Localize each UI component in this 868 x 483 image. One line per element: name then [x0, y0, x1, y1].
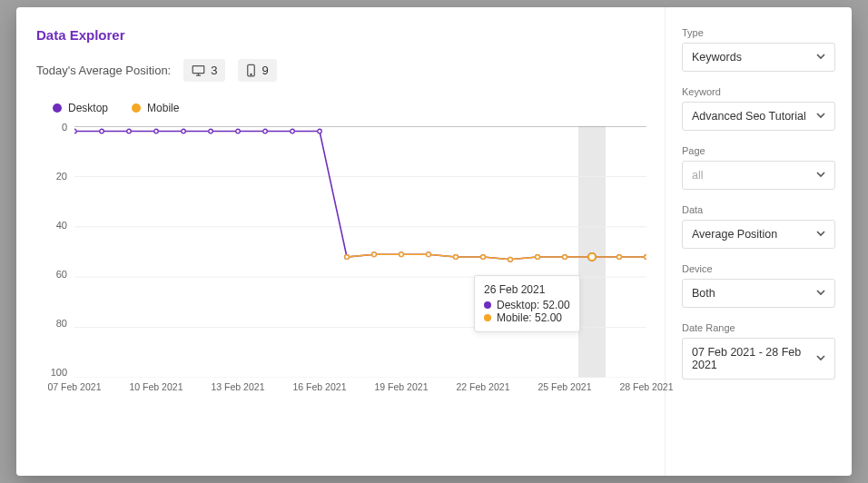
legend-desktop-dot [53, 104, 62, 113]
today-average-row: Today's Average Position: 3 9 [36, 59, 656, 82]
svg-point-9 [74, 129, 76, 133]
tooltip-mobile-dot [484, 314, 491, 321]
chevron-down-icon [816, 110, 825, 123]
select-keyword[interactable]: Advanced Seo Tutorial [682, 102, 835, 131]
label-type: Type [682, 27, 835, 38]
select-data[interactable]: Average Position [682, 220, 835, 249]
svg-point-36 [481, 255, 486, 260]
chevron-down-icon [816, 352, 825, 365]
svg-point-42 [645, 255, 646, 260]
tooltip-mobile-text: Mobile: 52.00 [497, 311, 562, 324]
label-device: Device [682, 263, 835, 274]
y-axis: 020406080100 [36, 122, 74, 378]
svg-point-37 [508, 258, 513, 262]
field-page: Page all [682, 145, 835, 190]
legend-desktop: Desktop [53, 102, 108, 114]
legend-desktop-label: Desktop [68, 102, 108, 114]
chart-tooltip: 26 Feb 2021 Desktop: 52.00 Mobile: 52.00 [474, 275, 580, 332]
select-date-range-value: 07 Feb 2021 - 28 Feb 2021 [692, 346, 816, 371]
main-panel: Data Explorer Today's Average Position: … [16, 7, 666, 476]
svg-point-15 [236, 129, 241, 133]
svg-point-34 [427, 252, 431, 257]
sidebar: Type Keywords Keyword Advanced Seo Tutor… [666, 7, 852, 476]
tooltip-row-mobile: Mobile: 52.00 [484, 311, 570, 324]
mobile-avg-badge: 9 [238, 59, 276, 82]
select-device-value: Both [692, 287, 715, 300]
desktop-avg-value: 3 [211, 64, 217, 77]
svg-point-38 [536, 255, 540, 260]
mobile-avg-value: 9 [261, 64, 268, 77]
svg-point-31 [345, 255, 350, 260]
desktop-avg-badge: 3 [183, 59, 225, 82]
svg-point-17 [291, 129, 295, 133]
svg-point-2 [251, 74, 252, 74]
select-page-value: all [692, 169, 704, 182]
tooltip-desktop-dot [484, 301, 491, 309]
x-axis: 07 Feb 202110 Feb 202113 Feb 202116 Feb … [74, 381, 646, 403]
field-type: Type Keywords [682, 27, 835, 72]
legend-mobile: Mobile [132, 102, 179, 114]
select-data-value: Average Position [692, 228, 777, 241]
svg-point-13 [182, 129, 186, 133]
svg-point-40 [588, 253, 596, 261]
legend-mobile-dot [132, 104, 141, 113]
legend-mobile-label: Mobile [147, 102, 179, 114]
select-type-value: Keywords [692, 51, 742, 64]
chart-legend: Desktop Mobile [36, 102, 656, 114]
avg-label: Today's Average Position: [36, 64, 171, 77]
tooltip-desktop-text: Desktop: 52.00 [497, 299, 570, 311]
tooltip-date: 26 Feb 2021 [484, 283, 570, 296]
chevron-down-icon [816, 169, 825, 182]
label-data: Data [682, 204, 835, 215]
select-type[interactable]: Keywords [682, 43, 835, 72]
label-date-range: Date Range [682, 322, 835, 333]
label-keyword: Keyword [682, 86, 835, 97]
chart-area[interactable]: 020406080100 26 Feb 2021 Desktop: 52.00 … [36, 122, 656, 403]
svg-point-39 [563, 255, 567, 260]
chevron-down-icon [816, 287, 825, 300]
chevron-down-icon [816, 228, 825, 241]
data-explorer-modal: Data Explorer Today's Average Position: … [16, 7, 852, 476]
svg-point-14 [209, 129, 213, 133]
svg-point-12 [154, 129, 159, 133]
label-page: Page [682, 145, 835, 156]
mobile-icon [246, 64, 256, 77]
field-data: Data Average Position [682, 204, 835, 249]
svg-rect-0 [192, 66, 204, 74]
select-device[interactable]: Both [682, 279, 835, 308]
svg-point-41 [617, 255, 622, 260]
tooltip-row-desktop: Desktop: 52.00 [484, 299, 570, 311]
desktop-icon [192, 64, 205, 76]
select-page[interactable]: all [682, 161, 835, 190]
svg-point-32 [372, 252, 377, 257]
svg-point-10 [100, 129, 104, 133]
svg-point-16 [263, 129, 268, 133]
page-title: Data Explorer [36, 27, 656, 43]
svg-point-33 [399, 252, 404, 257]
field-date-range: Date Range 07 Feb 2021 - 28 Feb 2021 [682, 322, 835, 380]
field-device: Device Both [682, 263, 835, 308]
field-keyword: Keyword Advanced Seo Tutorial [682, 86, 835, 131]
svg-point-35 [454, 255, 459, 260]
plot: 26 Feb 2021 Desktop: 52.00 Mobile: 52.00 [74, 126, 646, 378]
select-keyword-value: Advanced Seo Tutorial [692, 110, 806, 123]
svg-point-11 [127, 129, 132, 133]
select-date-range[interactable]: 07 Feb 2021 - 28 Feb 2021 [682, 338, 835, 380]
chevron-down-icon [816, 51, 825, 64]
svg-point-18 [318, 129, 322, 133]
